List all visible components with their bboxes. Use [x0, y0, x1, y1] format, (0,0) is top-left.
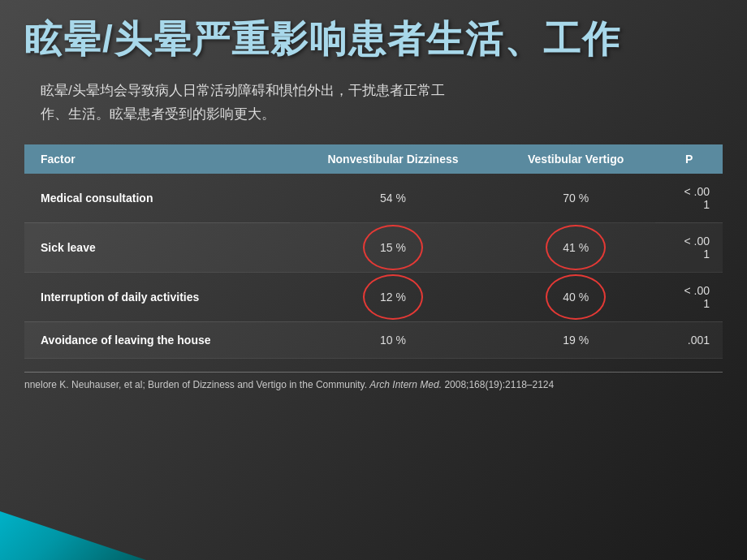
cell-nonvestibular: 10 %: [290, 321, 496, 358]
table-row: Medical consultation 54 % 70 % < .001: [24, 174, 723, 223]
oval-highlight-vestibular: 41 %: [548, 235, 603, 261]
cell-p: < .001: [655, 174, 723, 223]
main-title: 眩晕/头晕严重影响患者生活、工作: [24, 15, 723, 65]
footer-divider: nnelore K. Neuhauser, et al; Burden of D…: [24, 372, 723, 390]
table-header-row: Factor Nonvestibular Dizziness Vestibula…: [24, 144, 723, 174]
citation-journal: Arch Intern Med.: [369, 379, 442, 390]
cell-factor: Sick leave: [24, 222, 290, 272]
cell-vestibular: 19 %: [496, 321, 655, 358]
cell-p: .001: [655, 321, 723, 358]
subtitle-block: 眩晕/头晕均会导致病人日常活动障碍和惧怕外出，干扰患者正常工 作、生活。眩晕患者…: [24, 80, 723, 127]
citation-suffix: 2008;168(19):2118–2124: [442, 379, 554, 390]
table-body: Medical consultation 54 % 70 % < .001 Si…: [24, 174, 723, 359]
table-row: Interruption of daily activities 12 % 40…: [24, 272, 723, 321]
oval-highlight-vestibular: 40 %: [548, 284, 603, 310]
cell-vestibular-highlighted: 40 %: [496, 272, 655, 321]
table-row: Avoidance of leaving the house 10 % 19 %…: [24, 321, 723, 358]
cell-factor: Interruption of daily activities: [24, 272, 290, 321]
oval-highlight-nonvestibular: 15 %: [365, 235, 421, 261]
table-row: Sick leave 15 % 41 % < .001: [24, 222, 723, 272]
citation-text: nnelore K. Neuhauser, et al; Burden of D…: [24, 379, 723, 390]
subtitle-line1: 眩晕/头晕均会导致病人日常活动障碍和惧怕外出，干扰患者正常工: [41, 83, 445, 98]
col-header-p: P: [655, 144, 723, 174]
cell-vestibular: 70 %: [496, 174, 655, 223]
citation-prefix: nnelore K. Neuhauser, et al; Burden of D…: [24, 379, 369, 390]
cell-vestibular-highlighted: 41 %: [496, 222, 655, 272]
cell-nonvestibular-highlighted: 12 %: [290, 272, 496, 321]
cell-nonvestibular: 54 %: [290, 174, 496, 223]
data-table: Factor Nonvestibular Dizziness Vestibula…: [24, 144, 723, 359]
col-header-factor: Factor: [24, 144, 290, 174]
cell-factor: Medical consultation: [24, 174, 290, 223]
col-header-nonvestibular: Nonvestibular Dizziness: [290, 144, 496, 174]
oval-highlight-nonvestibular: 12 %: [365, 284, 421, 310]
col-header-vestibular: Vestibular Vertigo: [496, 144, 655, 174]
cell-p: < .001: [655, 222, 723, 272]
subtitle-line2: 作、生活。眩晕患者受到的影响更大。: [41, 106, 275, 122]
cell-factor: Avoidance of leaving the house: [24, 321, 290, 358]
cell-nonvestibular-highlighted: 15 %: [290, 222, 496, 272]
main-content: 眩晕/头晕严重影响患者生活、工作 眩晕/头晕均会导致病人日常活动障碍和惧怕外出，…: [0, 0, 747, 390]
cell-p: < .001: [655, 272, 723, 321]
